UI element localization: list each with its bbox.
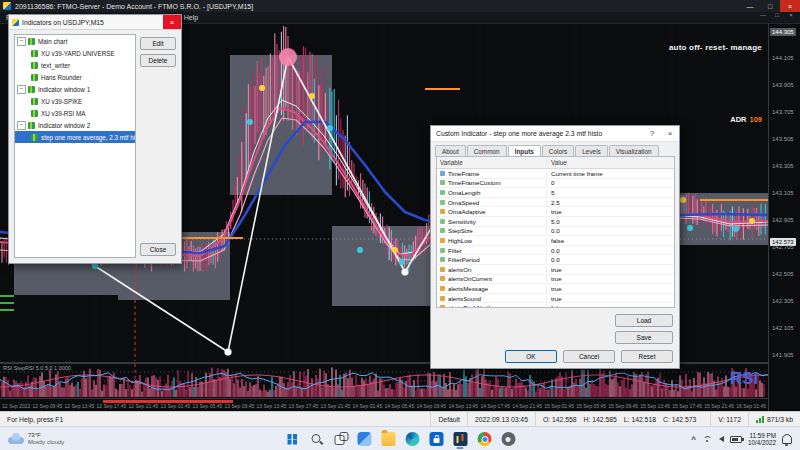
param-row[interactable]: Sensitivity5.0: [437, 217, 674, 227]
ohlc-open: O: 142.558: [543, 416, 577, 423]
mdi-restore-button[interactable]: □: [770, 12, 784, 23]
tree-item[interactable]: −Indicator window 1: [15, 83, 135, 95]
tree-expander-icon[interactable]: −: [17, 85, 26, 94]
load-button[interactable]: Load: [615, 314, 673, 327]
minimize-button[interactable]: —: [740, 0, 760, 12]
param-value[interactable]: 0.0: [547, 247, 674, 254]
param-row[interactable]: OmaAdaptivetrue: [437, 207, 674, 217]
param-value[interactable]: 5.0: [547, 218, 674, 225]
dialog-close-icon[interactable]: ×: [163, 15, 181, 29]
adr-text: ADR: [730, 115, 746, 124]
param-row[interactable]: FilterPeriod0.0: [437, 255, 674, 265]
mdi-close-button[interactable]: ×: [784, 12, 798, 23]
param-row[interactable]: OmaLength5: [437, 188, 674, 198]
price-axis[interactable]: 144.305 142.573 144.105143.905143.705143…: [768, 23, 800, 411]
taskbar-clock[interactable]: 11:59 PM 10/4/2022: [748, 432, 776, 447]
taskbar-settings-icon[interactable]: [499, 430, 518, 449]
tree-item[interactable]: XU v39-YARD UNIVERSE: [15, 47, 135, 59]
param-value[interactable]: 0: [547, 179, 674, 186]
mdi-minimize-button[interactable]: —: [756, 12, 770, 23]
battery-icon[interactable]: [730, 436, 742, 443]
tree-item[interactable]: XU v39-RSI MA: [15, 107, 135, 119]
profile-selector[interactable]: Default: [430, 412, 467, 427]
delete-button[interactable]: Delete: [140, 54, 176, 67]
param-row[interactable]: alertsOnCurrenttrue: [437, 275, 674, 285]
taskbar-edge-icon[interactable]: [403, 430, 422, 449]
tree-item[interactable]: −Indicator window 2: [15, 119, 135, 131]
tree-item[interactable]: text_writer: [15, 59, 135, 71]
dialog-titlebar[interactable]: Custom Indicator - step one more average…: [431, 126, 679, 142]
tree-expander-icon[interactable]: −: [17, 37, 26, 46]
volume-icon[interactable]: [719, 436, 724, 442]
dialog-close-icon[interactable]: ×: [661, 126, 679, 141]
rsi-chart[interactable]: [0, 364, 768, 398]
edit-button[interactable]: Edit: [140, 37, 176, 50]
param-value[interactable]: true: [547, 266, 674, 273]
param-value[interactable]: 0.0: [547, 256, 674, 263]
time-axis[interactable]: 12 Sep 202212 Sep 09:4512 Sep 13:4512 Se…: [0, 398, 768, 412]
param-row[interactable]: alertsPushNotiffalse: [437, 303, 674, 308]
param-type-icon: [440, 257, 445, 262]
param-value[interactable]: Current time frame: [547, 170, 674, 177]
param-value[interactable]: 5: [547, 189, 674, 196]
indicators-tree[interactable]: −Main chartXU v39-YARD UNIVERSEtext_writ…: [14, 34, 136, 258]
taskbar-search-icon[interactable]: [307, 430, 326, 449]
tree-item[interactable]: XU v39-SPIKE: [15, 95, 135, 107]
time-label: 16 Sep 01:45: [736, 403, 766, 409]
tree-item[interactable]: step one more average, 2.3 mtf histo: [15, 131, 135, 143]
reset-button[interactable]: Reset: [621, 350, 673, 363]
ea-controls-text[interactable]: auto off- reset- manage: [669, 43, 762, 52]
param-row[interactable]: Filter0.0: [437, 246, 674, 256]
param-row[interactable]: alertsOntrue: [437, 265, 674, 275]
param-row[interactable]: HighLowfalse: [437, 236, 674, 246]
param-value[interactable]: true: [547, 285, 674, 292]
dialog-titlebar[interactable]: Indicators on USDJPY,M15 ×: [9, 15, 181, 30]
tree-item-label: XU v39-RSI MA: [41, 110, 85, 117]
param-value[interactable]: true: [547, 275, 674, 282]
param-row[interactable]: TimeFrameCustom0: [437, 179, 674, 189]
param-value[interactable]: false: [547, 237, 674, 244]
status-time: 2022.09.13 03:45: [467, 412, 535, 427]
tree-item[interactable]: −Main chart: [15, 35, 135, 47]
cancel-button[interactable]: Cancel: [563, 350, 615, 363]
taskbar-start-icon[interactable]: [283, 430, 302, 449]
ohlc-low: L: 142.518: [624, 416, 656, 423]
parameters-table[interactable]: Variable Value TimeFrameCurrent time fra…: [436, 156, 675, 308]
tree-item[interactable]: Hans Rounder: [15, 71, 135, 83]
restore-button[interactable]: □: [760, 0, 780, 12]
close-button[interactable]: ×: [780, 0, 800, 12]
taskbar-chrome-icon[interactable]: [475, 430, 494, 449]
param-row[interactable]: StepSize0.0: [437, 227, 674, 237]
tray-expand-icon[interactable]: ^: [691, 435, 696, 444]
tree-item-label: XU v39-YARD UNIVERSE: [41, 50, 115, 57]
save-button[interactable]: Save: [615, 331, 673, 344]
tree-expander-icon[interactable]: −: [17, 121, 26, 130]
param-value[interactable]: true: [547, 295, 674, 302]
time-label: 12 Sep 2022: [2, 403, 30, 409]
taskbar-widgets-icon[interactable]: [355, 430, 374, 449]
taskbar-file-explorer-icon[interactable]: [379, 430, 398, 449]
wifi-icon[interactable]: [702, 435, 713, 444]
param-row[interactable]: OmaSpeed2.5: [437, 198, 674, 208]
help-button[interactable]: ?: [643, 126, 661, 141]
param-value[interactable]: 2.5: [547, 199, 674, 206]
chrome-icon: [477, 432, 491, 446]
param-value[interactable]: true: [547, 208, 674, 215]
param-row[interactable]: alertsSoundtrue: [437, 294, 674, 304]
taskbar-task-view-icon[interactable]: [331, 430, 350, 449]
indicator-icon: [28, 122, 35, 129]
ok-button[interactable]: OK: [505, 350, 557, 363]
rsi-subwindow[interactable]: RSI StepRSI 5.0 5.0 1.0000 RSI: [0, 364, 768, 398]
price-label: 142.705: [772, 244, 794, 250]
taskbar-store-icon[interactable]: [427, 430, 446, 449]
taskbar-mt4-icon[interactable]: [451, 430, 470, 449]
close-dialog-button[interactable]: Close: [140, 243, 176, 256]
param-row[interactable]: TimeFrameCurrent time frame: [437, 169, 674, 179]
price-label: 142.105: [772, 325, 794, 331]
param-value[interactable]: 0.0: [547, 227, 674, 234]
notification-bell-icon[interactable]: [782, 434, 792, 444]
param-row[interactable]: alertsMessagetrue: [437, 284, 674, 294]
weather-widget[interactable]: 73°F Mostly cloudy: [0, 427, 72, 450]
time-label: 14 Sep 21:45: [512, 403, 542, 409]
param-value[interactable]: false: [547, 304, 674, 308]
